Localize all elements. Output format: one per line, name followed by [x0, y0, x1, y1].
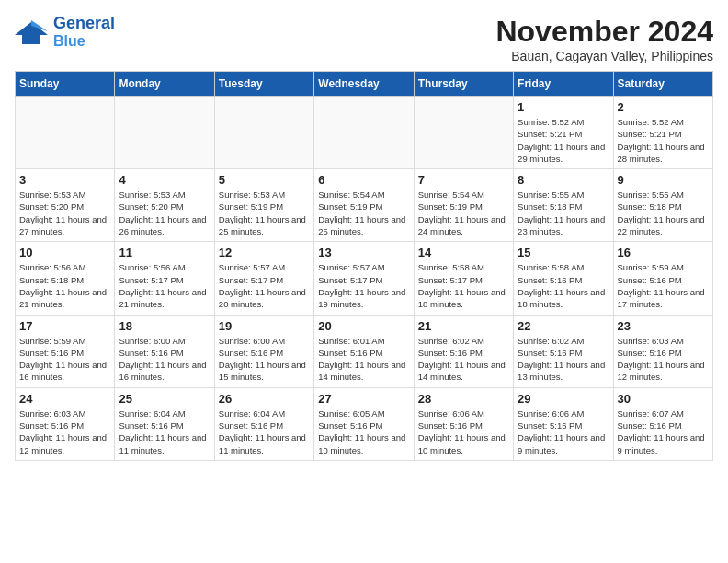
day-number: 26 [219, 392, 310, 406]
calendar-cell: 11Sunrise: 5:56 AMSunset: 5:17 PMDayligh… [115, 242, 214, 315]
weekday-header-saturday: Saturday [613, 72, 712, 97]
calendar-cell: 29Sunrise: 6:06 AMSunset: 5:16 PMDayligh… [514, 387, 613, 460]
cell-info: Sunrise: 5:53 AMSunset: 5:20 PMDaylight:… [19, 189, 110, 237]
weekday-header-sunday: Sunday [16, 72, 115, 97]
day-number: 11 [119, 246, 210, 259]
weekday-header-thursday: Thursday [414, 72, 513, 97]
day-number: 6 [318, 173, 409, 187]
day-number: 20 [318, 319, 409, 333]
weekday-header-wednesday: Wednesday [314, 72, 414, 97]
header: General Blue November 2024 Bauan, Cagaya… [15, 15, 713, 63]
calendar-cell: 14Sunrise: 5:58 AMSunset: 5:17 PMDayligh… [414, 242, 513, 315]
calendar-week-3: 17Sunrise: 5:59 AMSunset: 5:16 PMDayligh… [16, 315, 713, 387]
calendar-cell: 21Sunrise: 6:02 AMSunset: 5:16 PMDayligh… [414, 315, 513, 387]
day-number: 16 [618, 246, 709, 259]
cell-info: Sunrise: 5:56 AMSunset: 5:18 PMDaylight:… [19, 261, 110, 310]
day-number: 29 [518, 392, 609, 406]
calendar-cell: 27Sunrise: 6:05 AMSunset: 5:16 PMDayligh… [314, 387, 414, 460]
cell-info: Sunrise: 6:01 AMSunset: 5:16 PMDaylight:… [318, 335, 409, 384]
day-number: 23 [618, 319, 709, 333]
calendar-cell: 16Sunrise: 5:59 AMSunset: 5:16 PMDayligh… [613, 242, 712, 315]
calendar-week-2: 10Sunrise: 5:56 AMSunset: 5:18 PMDayligh… [16, 242, 713, 315]
cell-info: Sunrise: 5:54 AMSunset: 5:19 PMDaylight:… [418, 189, 509, 237]
calendar-cell [314, 97, 414, 169]
cell-info: Sunrise: 6:04 AMSunset: 5:16 PMDaylight:… [219, 408, 310, 456]
cell-info: Sunrise: 6:03 AMSunset: 5:16 PMDaylight:… [618, 335, 709, 384]
cell-info: Sunrise: 5:55 AMSunset: 5:18 PMDaylight:… [618, 189, 709, 237]
cell-info: Sunrise: 6:07 AMSunset: 5:16 PMDaylight:… [618, 408, 709, 456]
calendar-cell: 6Sunrise: 5:54 AMSunset: 5:19 PMDaylight… [314, 169, 414, 242]
logo-text: General Blue [53, 15, 115, 49]
cell-info: Sunrise: 5:58 AMSunset: 5:16 PMDaylight:… [518, 261, 609, 310]
calendar-cell: 18Sunrise: 6:00 AMSunset: 5:16 PMDayligh… [115, 315, 214, 387]
day-number: 28 [418, 392, 509, 406]
day-number: 17 [19, 319, 110, 333]
cell-info: Sunrise: 6:03 AMSunset: 5:16 PMDaylight:… [19, 408, 110, 456]
calendar-cell: 20Sunrise: 6:01 AMSunset: 5:16 PMDayligh… [314, 315, 414, 387]
cell-info: Sunrise: 5:55 AMSunset: 5:18 PMDaylight:… [518, 189, 609, 237]
calendar-cell: 2Sunrise: 5:52 AMSunset: 5:21 PMDaylight… [613, 97, 712, 169]
cell-info: Sunrise: 6:00 AMSunset: 5:16 PMDaylight:… [219, 335, 310, 384]
calendar-cell: 25Sunrise: 6:04 AMSunset: 5:16 PMDayligh… [115, 387, 214, 460]
day-number: 21 [418, 319, 509, 333]
cell-info: Sunrise: 6:02 AMSunset: 5:16 PMDaylight:… [518, 335, 609, 384]
cell-info: Sunrise: 5:57 AMSunset: 5:17 PMDaylight:… [219, 261, 310, 310]
cell-info: Sunrise: 5:57 AMSunset: 5:17 PMDaylight:… [318, 261, 409, 310]
calendar-cell [115, 97, 214, 169]
cell-info: Sunrise: 6:05 AMSunset: 5:16 PMDaylight:… [318, 408, 409, 456]
calendar-table: SundayMondayTuesdayWednesdayThursdayFrid… [15, 71, 713, 461]
cell-info: Sunrise: 5:52 AMSunset: 5:21 PMDaylight:… [518, 116, 609, 165]
day-number: 2 [618, 100, 709, 114]
calendar-cell: 24Sunrise: 6:03 AMSunset: 5:16 PMDayligh… [16, 387, 115, 460]
day-number: 15 [518, 246, 609, 259]
day-number: 12 [219, 246, 310, 259]
calendar-cell: 17Sunrise: 5:59 AMSunset: 5:16 PMDayligh… [16, 315, 115, 387]
day-number: 9 [618, 173, 709, 187]
day-number: 5 [219, 173, 310, 187]
calendar-cell: 15Sunrise: 5:58 AMSunset: 5:16 PMDayligh… [514, 242, 613, 315]
weekday-header-monday: Monday [115, 72, 214, 97]
calendar-cell: 19Sunrise: 6:00 AMSunset: 5:16 PMDayligh… [214, 315, 313, 387]
calendar-cell: 3Sunrise: 5:53 AMSunset: 5:20 PMDaylight… [16, 169, 115, 242]
cell-info: Sunrise: 6:06 AMSunset: 5:16 PMDaylight:… [418, 408, 509, 456]
calendar-week-1: 3Sunrise: 5:53 AMSunset: 5:20 PMDaylight… [16, 169, 713, 242]
calendar-cell: 22Sunrise: 6:02 AMSunset: 5:16 PMDayligh… [514, 315, 613, 387]
day-number: 24 [19, 392, 110, 406]
calendar-cell: 1Sunrise: 5:52 AMSunset: 5:21 PMDaylight… [514, 97, 613, 169]
weekday-header-friday: Friday [514, 72, 613, 97]
day-number: 22 [518, 319, 609, 333]
location-subtitle: Bauan, Cagayan Valley, Philippines [495, 49, 713, 63]
day-number: 25 [119, 392, 210, 406]
day-number: 4 [119, 173, 210, 187]
day-number: 7 [418, 173, 509, 187]
calendar-week-0: 1Sunrise: 5:52 AMSunset: 5:21 PMDaylight… [16, 97, 713, 169]
calendar-cell: 9Sunrise: 5:55 AMSunset: 5:18 PMDaylight… [613, 169, 712, 242]
cell-info: Sunrise: 5:53 AMSunset: 5:19 PMDaylight:… [219, 189, 310, 237]
calendar-cell: 7Sunrise: 5:54 AMSunset: 5:19 PMDaylight… [414, 169, 513, 242]
logo-icon [15, 18, 48, 46]
weekday-header-row: SundayMondayTuesdayWednesdayThursdayFrid… [16, 72, 713, 97]
cell-info: Sunrise: 5:59 AMSunset: 5:16 PMDaylight:… [618, 261, 709, 310]
calendar-cell: 8Sunrise: 5:55 AMSunset: 5:18 PMDaylight… [514, 169, 613, 242]
month-title: November 2024 [495, 15, 713, 49]
day-number: 30 [618, 392, 709, 406]
calendar-cell: 5Sunrise: 5:53 AMSunset: 5:19 PMDaylight… [214, 169, 313, 242]
logo: General Blue [15, 15, 115, 49]
calendar-cell: 26Sunrise: 6:04 AMSunset: 5:16 PMDayligh… [214, 387, 313, 460]
calendar-cell: 13Sunrise: 5:57 AMSunset: 5:17 PMDayligh… [314, 242, 414, 315]
calendar-cell: 28Sunrise: 6:06 AMSunset: 5:16 PMDayligh… [414, 387, 513, 460]
cell-info: Sunrise: 6:06 AMSunset: 5:16 PMDaylight:… [518, 408, 609, 456]
cell-info: Sunrise: 5:59 AMSunset: 5:16 PMDaylight:… [19, 335, 110, 384]
day-number: 8 [518, 173, 609, 187]
calendar-cell: 4Sunrise: 5:53 AMSunset: 5:20 PMDaylight… [115, 169, 214, 242]
cell-info: Sunrise: 5:53 AMSunset: 5:20 PMDaylight:… [119, 189, 210, 237]
cell-info: Sunrise: 6:00 AMSunset: 5:16 PMDaylight:… [119, 335, 210, 384]
calendar-cell: 12Sunrise: 5:57 AMSunset: 5:17 PMDayligh… [214, 242, 313, 315]
weekday-header-tuesday: Tuesday [214, 72, 313, 97]
day-number: 19 [219, 319, 310, 333]
cell-info: Sunrise: 5:52 AMSunset: 5:21 PMDaylight:… [618, 116, 709, 165]
cell-info: Sunrise: 6:04 AMSunset: 5:16 PMDaylight:… [119, 408, 210, 456]
title-block: November 2024 Bauan, Cagayan Valley, Phi… [495, 15, 713, 63]
day-number: 10 [19, 246, 110, 259]
cell-info: Sunrise: 5:56 AMSunset: 5:17 PMDaylight:… [119, 261, 210, 310]
